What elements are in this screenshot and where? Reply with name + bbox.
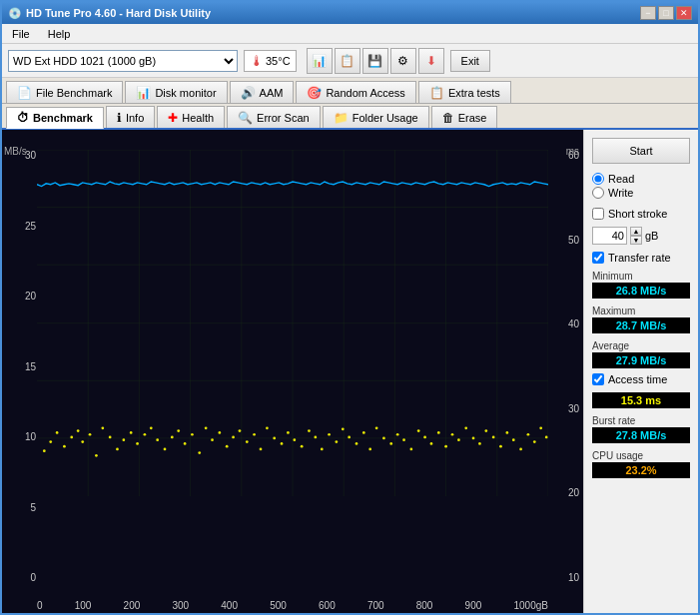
svg-point-77 bbox=[451, 433, 454, 436]
svg-point-30 bbox=[130, 431, 133, 434]
tab-aam[interactable]: 🔊 AAM bbox=[230, 81, 295, 103]
svg-point-20 bbox=[63, 445, 66, 448]
tab-file-benchmark[interactable]: 📄 File Benchmark bbox=[6, 81, 123, 103]
write-radio-label[interactable]: Write bbox=[592, 187, 690, 199]
svg-point-45 bbox=[232, 436, 235, 439]
mbs-label: MB/s bbox=[4, 146, 27, 157]
drive-select[interactable]: WD Ext HDD 1021 (1000 gB) bbox=[8, 50, 238, 72]
maximize-button[interactable]: □ bbox=[658, 6, 674, 20]
tab-folder-usage[interactable]: 📁 Folder Usage bbox=[323, 106, 429, 128]
tab-disk-monitor[interactable]: 📊 Disk monitor bbox=[125, 81, 227, 103]
tabs-row1: 📄 File Benchmark 📊 Disk monitor 🔊 AAM 🎯 … bbox=[2, 78, 698, 104]
tab-benchmark[interactable]: ⏱ Benchmark bbox=[6, 107, 104, 129]
svg-point-58 bbox=[321, 448, 324, 451]
svg-point-42 bbox=[211, 438, 214, 441]
close-button[interactable]: ✕ bbox=[676, 6, 692, 20]
svg-point-38 bbox=[184, 442, 187, 445]
save-icon-btn[interactable]: 💾 bbox=[362, 48, 388, 74]
benchmark-icon-btn[interactable]: 📊 bbox=[307, 48, 333, 74]
svg-point-65 bbox=[368, 448, 371, 451]
svg-point-63 bbox=[355, 442, 358, 445]
stroke-row: ▲ ▼ gB bbox=[592, 227, 690, 245]
y-axis-left: 30 25 20 15 10 5 0 bbox=[14, 150, 36, 583]
svg-point-32 bbox=[144, 433, 147, 436]
write-radio[interactable] bbox=[592, 187, 604, 199]
svg-point-87 bbox=[519, 448, 522, 451]
minimum-value: 26.8 MB/s bbox=[592, 283, 690, 299]
stroke-down-btn[interactable]: ▼ bbox=[630, 236, 642, 245]
menu-file[interactable]: File bbox=[8, 27, 34, 41]
average-block: Average 27.9 MB/s bbox=[592, 340, 690, 368]
svg-point-24 bbox=[89, 433, 92, 436]
svg-point-54 bbox=[293, 438, 296, 441]
window-title: HD Tune Pro 4.60 - Hard Disk Utility bbox=[26, 7, 211, 19]
stroke-up-btn[interactable]: ▲ bbox=[630, 227, 642, 236]
tab-health[interactable]: ✚ Health bbox=[157, 106, 225, 128]
access-time-label[interactable]: Access time bbox=[592, 373, 690, 385]
settings-icon-btn[interactable]: ⚙ bbox=[390, 48, 416, 74]
menu-help[interactable]: Help bbox=[44, 27, 75, 41]
exit-button[interactable]: Exit bbox=[450, 50, 490, 72]
cpu-usage-label: CPU usage bbox=[592, 450, 690, 461]
transfer-rate-label[interactable]: Transfer rate bbox=[592, 252, 690, 264]
svg-point-80 bbox=[472, 437, 475, 440]
minimize-button[interactable]: − bbox=[640, 6, 656, 20]
tab-random-access[interactable]: 🎯 Random Access bbox=[296, 81, 415, 103]
health-tab-icon: ✚ bbox=[168, 111, 178, 125]
aam-icon: 🔊 bbox=[241, 86, 256, 100]
info-icon-btn[interactable]: 📋 bbox=[335, 48, 360, 74]
svg-point-66 bbox=[375, 426, 378, 429]
tabs-row2: ⏱ Benchmark ℹ Info ✚ Health 🔍 Error Scan… bbox=[2, 104, 698, 130]
access-time-checkbox[interactable] bbox=[592, 373, 604, 385]
svg-point-90 bbox=[539, 426, 542, 429]
svg-point-86 bbox=[512, 438, 515, 441]
svg-point-60 bbox=[336, 440, 339, 443]
extra-tests-icon: 📋 bbox=[429, 86, 444, 100]
download-icon-btn[interactable]: ⬇ bbox=[418, 48, 444, 74]
stroke-value-input[interactable] bbox=[592, 227, 627, 245]
svg-point-25 bbox=[95, 454, 98, 457]
svg-point-53 bbox=[287, 431, 290, 434]
read-radio[interactable] bbox=[592, 173, 604, 185]
svg-point-36 bbox=[171, 436, 174, 439]
thermometer-icon: 🌡 bbox=[250, 53, 264, 69]
short-stroke-checkbox[interactable] bbox=[592, 208, 604, 220]
benchmark-tab-icon: ⏱ bbox=[17, 111, 29, 125]
file-benchmark-icon: 📄 bbox=[17, 86, 32, 100]
svg-point-37 bbox=[177, 429, 180, 432]
svg-point-34 bbox=[156, 438, 159, 441]
svg-point-46 bbox=[239, 429, 242, 432]
disk-monitor-icon: 📊 bbox=[136, 86, 151, 100]
svg-point-50 bbox=[266, 426, 269, 429]
svg-point-39 bbox=[191, 433, 194, 436]
short-stroke-label[interactable]: Short stroke bbox=[592, 208, 690, 220]
svg-point-84 bbox=[499, 445, 502, 448]
transfer-rate-checkbox[interactable] bbox=[592, 252, 604, 264]
svg-point-21 bbox=[70, 436, 73, 439]
tab-info[interactable]: ℹ Info bbox=[106, 106, 155, 128]
benchmark-chart bbox=[37, 150, 548, 496]
info-tab-icon: ℹ bbox=[117, 111, 122, 125]
toolbar: WD Ext HDD 1021 (1000 gB) 🌡 35°C 📊 📋 💾 ⚙… bbox=[2, 44, 698, 78]
tab-extra-tests[interactable]: 📋 Extra tests bbox=[418, 81, 511, 103]
tab-erase[interactable]: 🗑 Erase bbox=[431, 106, 498, 128]
svg-point-69 bbox=[396, 433, 399, 436]
access-time-block: 15.3 ms bbox=[592, 392, 690, 408]
svg-point-52 bbox=[281, 442, 284, 445]
svg-point-89 bbox=[533, 440, 536, 443]
svg-point-56 bbox=[308, 429, 311, 432]
svg-point-88 bbox=[527, 433, 530, 436]
stroke-spinners: ▲ ▼ bbox=[630, 227, 642, 245]
access-time-value: 15.3 ms bbox=[592, 392, 690, 408]
folder-usage-icon: 📁 bbox=[334, 111, 349, 125]
burst-rate-block: Burst rate 27.8 MB/s bbox=[592, 415, 690, 443]
svg-point-55 bbox=[301, 445, 304, 448]
tab-error-scan[interactable]: 🔍 Error Scan bbox=[227, 106, 321, 128]
read-radio-label[interactable]: Read bbox=[592, 173, 690, 185]
read-write-group: Read Write bbox=[592, 173, 690, 199]
svg-point-19 bbox=[56, 431, 59, 434]
svg-point-23 bbox=[81, 440, 84, 443]
svg-point-71 bbox=[409, 448, 412, 451]
start-button[interactable]: Start bbox=[592, 138, 690, 164]
maximum-block: Maximum 28.7 MB/s bbox=[592, 306, 690, 333]
